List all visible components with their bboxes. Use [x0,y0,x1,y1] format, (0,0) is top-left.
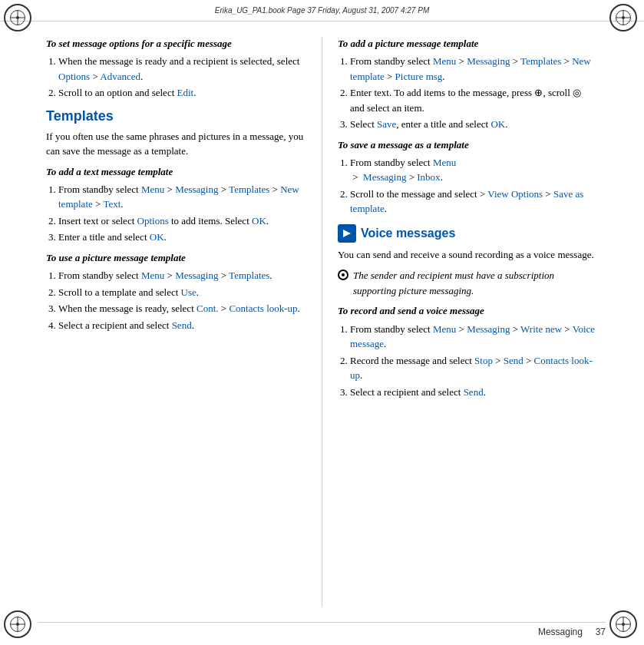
use-picture-steps: From standby select Menu > Messaging > T… [46,268,306,332]
use-picture-template-heading: To use a picture message template [46,251,306,265]
text-step-1: From standby select Menu > Messaging > T… [58,182,306,212]
intro-step-2: Scroll to an option and select Edit. [58,85,306,101]
footer: Messaging 37 [38,622,606,641]
add-pic-step-2: Enter text. To add items to the message,… [350,85,598,115]
save-step-1: From standby select Menu > Messaging > I… [350,155,598,185]
add-pic-step-3: Select Save, enter a title and select OK… [350,117,598,132]
header-bar: Erika_UG_PA1.book Page 37 Friday, August… [0,0,644,22]
intro-steps-list: When the message is ready and a recipien… [46,54,306,101]
save-step-2: Scroll to the message and select > View … [350,187,598,217]
content: To set message options for a specific me… [38,22,606,622]
use-pic-step-4: Select a recipient and select Send. [58,318,306,333]
add-picture-steps: From standby select Menu > Messaging > T… [338,54,598,132]
corner-tl [4,4,35,35]
add-pic-step-1: From standby select Menu > Messaging > T… [350,54,598,84]
options-link: Options [58,71,90,82]
record-steps: From standby select Menu > Messaging > W… [338,322,598,400]
footer-section: Messaging 37 [538,627,606,637]
save-template-heading: To save a message as a template [338,138,598,152]
use-pic-step-3: When the message is ready, select Cont. … [58,301,306,316]
intro-heading: To set message options for a specific me… [46,37,306,51]
note-box: The sender and recipient must have a sub… [338,268,598,298]
templates-heading: Templates [46,108,306,124]
save-template-steps: From standby select Menu > Messaging > I… [338,155,598,217]
text-step-3: Enter a title and select OK. [58,230,306,245]
record-step-3: Select a recipient and select Send. [350,385,598,400]
record-step-1: From standby select Menu > Messaging > W… [350,322,598,352]
voice-icon [338,224,356,243]
right-column: To add a picture message template From s… [322,22,606,622]
edit-link: Edit [177,87,194,98]
voice-heading: Voice messages [338,224,598,243]
play-triangle [343,230,351,237]
voice-heading-text: Voice messages [361,227,455,240]
templates-intro: If you often use the same phrases and pi… [46,129,306,159]
left-column: To set message options for a specific me… [38,22,322,622]
note-bullet-dot [342,273,345,276]
add-picture-heading: To add a picture message template [338,37,598,51]
note-text: The sender and recipient must have a sub… [353,268,598,298]
corner-bl [4,610,35,641]
record-step-2: Record the message and select Stop > Sen… [350,353,598,383]
corner-br [609,610,640,641]
intro-step-1: When the message is ready and a recipien… [58,54,306,84]
use-pic-step-1: From standby select Menu > Messaging > T… [58,268,306,283]
text-template-heading: To add a text message template [46,165,306,179]
text-template-steps: From standby select Menu > Messaging > T… [46,182,306,245]
record-heading: To record and send a voice message [338,304,598,318]
note-bullet-icon [338,270,348,280]
text-step-2: Insert text or select Options to add ite… [58,213,306,229]
use-pic-step-2: Scroll to a template and select Use. [58,285,306,300]
voice-intro: You can send and receive a sound recordi… [338,247,598,263]
advanced-link: Advanced [100,71,140,82]
header-text: Erika_UG_PA1.book Page 37 Friday, August… [38,6,606,15]
page: Erika_UG_PA1.book Page 37 Friday, August… [0,0,644,645]
corner-tr [609,4,640,35]
